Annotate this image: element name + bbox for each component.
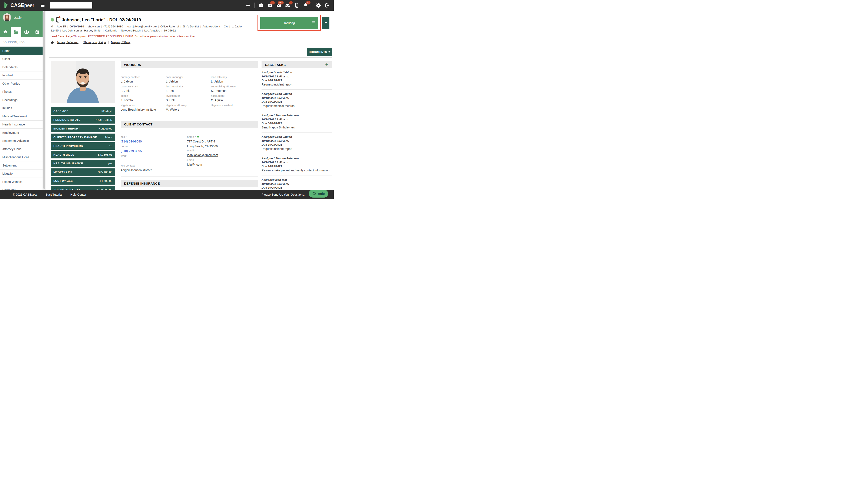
case-detail-segment: Los Angeles — [144, 29, 164, 33]
worker-label: primary contact — [121, 75, 166, 79]
tab-calendar[interactable] — [32, 27, 42, 37]
tab-home[interactable] — [0, 27, 11, 37]
case-detail-segment: 19-05622 — [164, 29, 176, 33]
stat-value: Minor — [105, 136, 112, 139]
worker-label: litigation firm — [121, 104, 166, 107]
case-detail-segment: 06/10/1986 — [70, 24, 88, 29]
questions-link[interactable]: Questions... — [291, 193, 306, 196]
start-tutorial-link[interactable]: Start Tutorial — [45, 193, 62, 196]
client-photo — [51, 61, 115, 103]
home-phone-link[interactable]: (818) 279-3995 — [121, 149, 187, 153]
case-detail-segment: leah.jablon@gmail.com — [127, 24, 160, 29]
email2-link[interactable]: juju@r.com — [187, 163, 258, 167]
sidebar-item[interactable]: Discovery — [0, 186, 42, 190]
stat-value: Requested — [99, 127, 112, 130]
search-icon[interactable] — [91, 3, 91, 8]
search-input[interactable] — [50, 2, 91, 8]
add-icon[interactable] — [245, 3, 251, 8]
sidebar-item[interactable]: Recordings — [0, 96, 42, 104]
worker-label: supervising attorney — [211, 85, 258, 88]
linked-cases-row: James, JeffersonThompson, PaigeMeyers, T… — [51, 40, 257, 44]
global-search[interactable] — [50, 2, 92, 8]
menu-icon[interactable] — [41, 4, 45, 7]
sidebar-item[interactable]: Defendants — [0, 63, 42, 71]
worker-value: Long Beach Injury Institute — [121, 108, 166, 111]
task-item[interactable]: Assigned Leah Jablon 10/18/2021 8:53 a.m… — [262, 132, 332, 154]
worker-field: investigator S. Hall — [166, 94, 211, 104]
tab-contacts[interactable] — [21, 27, 32, 37]
sidebar-item[interactable]: Photos — [0, 88, 42, 96]
sidebar-item[interactable]: Settlement — [0, 161, 42, 169]
worker-field: litigation attorney M. Waters — [166, 104, 211, 113]
worker-field: lead attorney L. Jablon — [211, 75, 258, 85]
map-pin-icon[interactable] — [197, 136, 199, 139]
sidebar-item[interactable]: Litigation — [0, 169, 42, 178]
annotation-highlight-box: Treating — [258, 15, 321, 31]
stat-value: $100,000.00 — [96, 188, 112, 190]
status-dropdown-button[interactable] — [322, 17, 330, 29]
sign-out-icon[interactable] — [324, 3, 330, 8]
mail-icon[interactable]: 99+ — [276, 3, 281, 8]
tab-cases[interactable] — [11, 27, 21, 37]
sidebar-scrollbar[interactable] — [42, 11, 46, 190]
linked-case-link[interactable]: Meyers, Tiffany — [111, 41, 130, 44]
sidebar-item[interactable]: Health Insurance — [0, 120, 42, 129]
sidebar-item[interactable]: Expert Witness — [0, 178, 42, 186]
phone-icon[interactable] — [294, 3, 299, 8]
sidebar-item[interactable]: Client — [0, 55, 42, 63]
mobile-phone-icon[interactable] — [56, 17, 60, 23]
key-contact-label: key contact — [121, 164, 187, 167]
case-detail-segment: show ssn — [88, 24, 103, 29]
documents-button[interactable]: DOCUMENTS — [307, 48, 332, 56]
task-item[interactable]: Assigned Leah Jablon 10/18/2021 8:53 a.m… — [262, 68, 332, 90]
app-logo[interactable]: CASEpeer — [0, 2, 34, 8]
sidebar-item[interactable]: Injuries — [0, 104, 42, 112]
help-button[interactable]: Help — [309, 190, 328, 198]
task-item[interactable]: Assigned Leah Jablon 10/18/2021 8:53 a.m… — [262, 90, 332, 111]
help-center-link[interactable]: Help Center — [70, 193, 86, 196]
sidebar-item[interactable]: Attorney Liens — [0, 145, 42, 153]
tasks-icon[interactable]: 31 — [267, 3, 272, 8]
scrollbar-thumb[interactable] — [43, 11, 45, 189]
sidebar-item[interactable]: Settlement Advance — [0, 137, 42, 145]
task-item[interactable]: Assigned Simone Peterson 10/18/2021 8:53… — [262, 111, 332, 132]
user-avatar[interactable] — [3, 13, 11, 21]
case-status-dot — [51, 18, 54, 21]
worker-field: litigation assistant — [211, 104, 258, 113]
task-assigned: Assigned leah test — [262, 178, 332, 182]
sidebar-item[interactable]: Other Parties — [0, 79, 42, 88]
chevron-down-icon — [324, 22, 327, 24]
inbox-icon[interactable]: 7 — [285, 3, 290, 8]
worker-label: case manager — [166, 75, 211, 79]
case-status-button[interactable]: Treating — [260, 17, 318, 29]
task-item[interactable]: Assigned leah test 10/18/2021 8:53 a.m. … — [262, 176, 332, 190]
email1-label: email * — [187, 149, 258, 152]
chat-bubble-icon — [312, 192, 316, 196]
notifications-icon[interactable]: 17 — [303, 3, 308, 8]
linked-case-link[interactable]: James, Jefferson — [57, 41, 84, 44]
task-item[interactable]: Assigned Simone Peterson 10/18/2021 8:53… — [262, 154, 332, 176]
worker-value: S. Hall — [166, 98, 211, 102]
case-detail-segment: Leo Johnson vs. Harvey Smith — [63, 29, 105, 33]
sidebar-item[interactable]: Employment — [0, 128, 42, 137]
case-stat-row: LOST WAGES $4,500.00 — [51, 177, 115, 185]
add-task-button[interactable]: + — [325, 62, 328, 67]
settings-gear-icon[interactable] — [316, 3, 321, 8]
stat-value: $25,100.00 — [98, 170, 112, 174]
case-tasks-panel: CASE TASKS + Assigned Leah Jablon 10/18/… — [262, 61, 332, 190]
workers-grid: primary contact L. Jablon case manager L… — [121, 75, 258, 113]
sidebar-item[interactable]: Home — [0, 47, 42, 55]
divider — [49, 57, 332, 58]
left-column: CASE AGE 965 days PENDING STATUTE PROTEC… — [51, 61, 115, 190]
sidebar-item[interactable]: Miscellaneous Liens — [0, 153, 42, 161]
user-name: Jaclyn — [14, 16, 23, 19]
email1-link[interactable]: leah.jablon@gmail.com — [187, 153, 258, 157]
sidebar-case-name: JOHNSON, LEO — [0, 37, 42, 47]
case-details: MAge 3506/10/1986show ssn(714) 594-8080l… — [51, 24, 257, 33]
sidebar-item[interactable]: Medical Treatment — [0, 112, 42, 120]
calendar-icon[interactable] — [258, 3, 263, 8]
case-detail-segment: Newport Beach — [121, 29, 144, 33]
cell-phone-link[interactable]: (714) 594-8080 — [121, 140, 187, 144]
sidebar-item[interactable]: Incident — [0, 71, 42, 79]
linked-case-link[interactable]: Thompson, Paige — [84, 41, 111, 44]
